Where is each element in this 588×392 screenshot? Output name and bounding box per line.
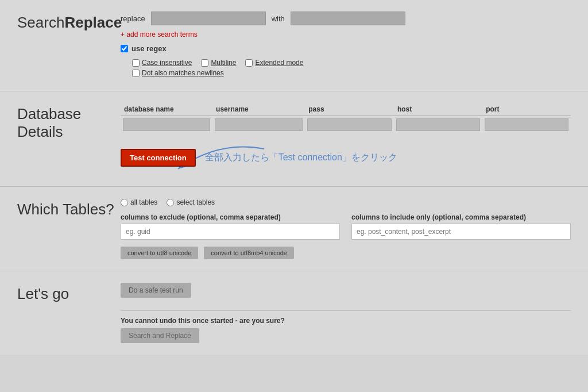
db-table-header-row: database name username pass host port (121, 103, 571, 116)
database-section: Database Details database name username … (0, 91, 588, 187)
port-input[interactable] (485, 118, 568, 131)
all-tables-radio[interactable] (121, 199, 128, 206)
multiline-checkbox[interactable] (201, 59, 208, 67)
include-columns-group: columns to include only (optional, comma… (351, 213, 571, 240)
test-connection-button[interactable]: Test connection (121, 149, 196, 167)
regex-options-row1: Case insensitive Multiline Extended mode (132, 59, 571, 67)
pass-cell (305, 116, 394, 134)
table-select-radio-row: all tables select tables (121, 198, 571, 206)
password-input[interactable] (307, 118, 392, 131)
db-col-host: host (394, 103, 482, 116)
port-cell (482, 116, 571, 134)
dot-newlines-checkbox[interactable] (132, 70, 140, 77)
database-content: database name username pass host port Te… (121, 103, 571, 175)
columns-row: columns to exclude (optional, comma sepa… (121, 213, 571, 240)
extended-mode-option[interactable]: Extended mode (245, 59, 303, 67)
case-insensitive-option[interactable]: Case insensitive (132, 59, 192, 67)
with-input[interactable] (291, 11, 405, 25)
select-tables-radio[interactable] (167, 199, 174, 206)
db-col-username: username (212, 103, 305, 116)
host-input[interactable] (396, 118, 480, 131)
search-and-replace-button[interactable]: Search and Replace (121, 328, 199, 343)
multiline-label: Multiline (211, 59, 236, 67)
lets-go-content: Do a safe test run You cannot undo this … (121, 283, 571, 343)
exclude-columns-group: columns to exclude (optional, comma sepa… (121, 213, 340, 240)
exclude-columns-label: columns to exclude (optional, comma sepa… (121, 213, 340, 221)
db-table-input-row (121, 116, 571, 134)
search-replace-section: SearchReplace replace with + add more se… (0, 0, 588, 91)
divider (121, 310, 571, 311)
username-input[interactable] (215, 118, 303, 131)
use-regex-row: use regex (121, 44, 571, 53)
regex-options: Case insensitive Multiline Extended mode… (132, 59, 571, 77)
which-tables-content: all tables select tables columns to excl… (121, 198, 571, 259)
replace-label: replace (121, 14, 145, 23)
database-table: database name username pass host port (121, 103, 571, 133)
annotation-text: 全部入力したら「Test connection」をクリック (205, 152, 397, 164)
host-cell (394, 116, 482, 134)
dot-newlines-label: Dot also matches newlines (142, 69, 224, 77)
db-col-dbname: database name (121, 103, 212, 116)
use-regex-checkbox[interactable] (121, 45, 128, 52)
safe-test-run-button[interactable]: Do a safe test run (121, 283, 191, 298)
exclude-columns-input[interactable] (121, 224, 340, 240)
case-insensitive-checkbox[interactable] (132, 59, 140, 67)
all-tables-option[interactable]: all tables (121, 198, 157, 206)
replace-row: replace with (121, 11, 571, 25)
test-connection-row: Test connection 全部入力したら「Test connection」… (121, 140, 571, 175)
database-section-label: Database Details (17, 103, 121, 141)
convert-utf8mb4-button[interactable]: convert to utf8mb4 unicode (204, 247, 294, 259)
db-col-pass: pass (305, 103, 394, 116)
extended-mode-label: Extended mode (255, 59, 303, 67)
with-label: with (272, 14, 285, 23)
extended-mode-checkbox[interactable] (245, 59, 253, 67)
lets-go-section: Let's go Do a safe test run You cannot u… (0, 271, 588, 355)
use-regex-label: use regex (131, 44, 167, 53)
convert-utf8-button[interactable]: convert to utf8 unicode (121, 247, 198, 259)
which-tables-section: Which Tables? all tables select tables c… (0, 187, 588, 271)
db-name-input[interactable] (123, 118, 210, 131)
search-replace-content: replace with + add more search terms use… (121, 11, 571, 79)
all-tables-label: all tables (130, 198, 157, 206)
replace-input[interactable] (151, 11, 266, 25)
multiline-option[interactable]: Multiline (201, 59, 236, 67)
select-tables-option[interactable]: select tables (167, 198, 215, 206)
username-cell (212, 116, 305, 134)
warning-text: You cannot undo this once started - are … (121, 317, 571, 325)
lets-go-label: Let's go (17, 283, 121, 303)
regex-options-row2: Dot also matches newlines (132, 69, 571, 77)
add-more-terms-link[interactable]: + add more search terms (121, 30, 198, 39)
dot-newlines-option[interactable]: Dot also matches newlines (132, 69, 224, 77)
db-col-port: port (482, 103, 571, 116)
include-columns-label: columns to include only (optional, comma… (351, 213, 571, 221)
which-tables-label: Which Tables? (17, 198, 121, 218)
db-name-cell (121, 116, 212, 134)
include-columns-input[interactable] (351, 224, 571, 240)
convert-row: convert to utf8 unicode convert to utf8m… (121, 247, 571, 259)
app-title: SearchReplace (17, 11, 121, 32)
case-insensitive-label: Case insensitive (142, 59, 192, 67)
select-tables-label: select tables (176, 198, 215, 206)
